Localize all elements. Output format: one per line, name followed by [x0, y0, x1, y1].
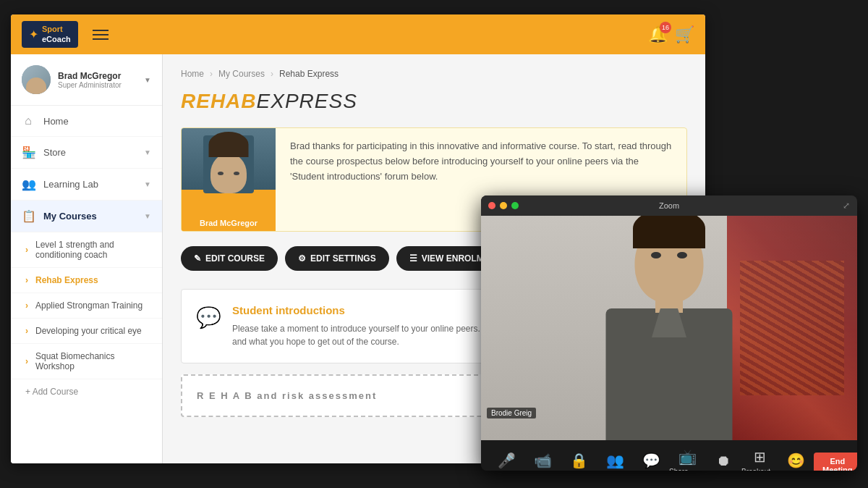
video-icon: 📹: [534, 452, 552, 469]
cart-icon: 🛒: [675, 25, 694, 43]
zoom-video-area: [481, 216, 857, 440]
zoom-window: Zoom ⤢ Brodie Grei: [481, 195, 857, 471]
enrolment-icon: ☰: [409, 253, 417, 264]
top-header: ✦ Sport eCoach 🔔 16 🛒: [11, 14, 705, 54]
sidebar-item-my-courses-label: My Courses: [43, 211, 97, 222]
course-label-developing-critical: Developing your critical eye: [35, 326, 142, 336]
mute-icon: 🎤: [498, 452, 516, 469]
zoom-record-button[interactable]: ⏺ Record: [705, 453, 741, 471]
course-arrow-icon-4: ›: [25, 326, 28, 336]
avatar: [22, 65, 51, 94]
course-arrow-icon-5: ›: [25, 356, 28, 366]
zoom-minimize-button[interactable]: [500, 202, 507, 209]
course-arrow-icon-active: ›: [25, 275, 28, 285]
edit-settings-label: EDIT SETTINGS: [310, 253, 376, 264]
sidebar-item-learning-lab[interactable]: 👥 Learning Lab ▼: [11, 169, 162, 201]
zoom-close-button[interactable]: [488, 202, 495, 209]
zoom-expand-icon[interactable]: ⤢: [843, 201, 850, 211]
store-arrow-icon: ▼: [144, 148, 151, 156]
zoom-stop-video-button[interactable]: 📹 Stop Video: [524, 452, 561, 471]
breadcrumb-sep-1: ›: [210, 69, 213, 79]
breakout-label: Breakout Rooms: [741, 468, 778, 471]
user-name: Brad McGregor: [58, 71, 137, 81]
course-arrow-icon: ›: [25, 245, 28, 255]
edit-course-button[interactable]: ✎ EDIT COURSE: [181, 246, 278, 271]
course-item-rehab-express[interactable]: › Rehab Express: [11, 268, 162, 293]
sidebar-item-store[interactable]: 🏪 Store ▼: [11, 137, 162, 169]
course-item-applied-strongman[interactable]: › Applied Strongman Training: [11, 293, 162, 319]
breadcrumb-sep-2: ›: [271, 69, 273, 79]
end-meeting-button[interactable]: End Meeting: [814, 453, 857, 471]
zoom-share-screen-button[interactable]: 📺 Share Screen: [669, 448, 705, 471]
course-label-level1: Level 1 strength and conditioning coach: [35, 240, 151, 260]
sidebar: Brad McGregor Super Administrator ▼ ⌂ Ho…: [11, 54, 163, 463]
security-icon: 🔒: [570, 452, 588, 469]
edit-course-icon: ✎: [194, 253, 201, 264]
zoom-maximize-button[interactable]: [511, 202, 519, 209]
zoom-reactions-button[interactable]: 😊 Reactions: [778, 452, 814, 471]
my-courses-arrow-icon: ▼: [144, 212, 151, 220]
welcome-user-image: Brad McGregor: [182, 128, 276, 231]
zoom-chat-button[interactable]: 💬 Chat: [633, 452, 669, 471]
welcome-message: Brad thanks for participating in this in…: [290, 139, 672, 184]
user-role: Super Administrator: [58, 81, 137, 89]
edit-course-label: EDIT COURSE: [205, 253, 265, 264]
my-courses-icon: 📋: [22, 209, 35, 223]
add-course-button[interactable]: + Add Course: [11, 379, 162, 404]
chat-bubble-icon: 💬: [196, 306, 221, 329]
participant-name-label: Brodie Greig: [487, 408, 536, 418]
notification-bell[interactable]: 🔔 16: [648, 25, 668, 44]
participants-icon: 👥: [606, 452, 624, 469]
zoom-security-button[interactable]: 🔒 Security: [561, 452, 597, 471]
course-item-level1[interactable]: › Level 1 strength and conditioning coac…: [11, 232, 162, 268]
share-screen-label: Share Screen: [669, 468, 705, 471]
course-item-squat-biomechanics[interactable]: › Squat Biomechanics Workshop: [11, 344, 162, 379]
user-name-tag: Brad McGregor: [182, 215, 276, 231]
zoom-controls-bar: 🎤 Mute 📹 Stop Video 🔒 Security 👥 Partici…: [481, 440, 857, 471]
breadcrumb-home[interactable]: Home: [181, 69, 204, 79]
course-label-squat-biomechanics: Squat Biomechanics Workshop: [35, 351, 151, 371]
home-icon: ⌂: [22, 114, 35, 127]
sidebar-item-learning-lab-label: Learning Lab: [43, 179, 98, 190]
add-course-label: + Add Course: [25, 387, 78, 397]
chat-icon: 💬: [642, 452, 660, 469]
logo-box: ✦ Sport eCoach: [22, 21, 78, 47]
edit-settings-button[interactable]: ⚙ EDIT SETTINGS: [285, 246, 389, 271]
user-info: Brad McGregor Super Administrator: [58, 71, 137, 89]
zoom-breakout-rooms-button[interactable]: ⊞ Breakout Rooms: [741, 448, 778, 471]
logo-text: Sport eCoach: [42, 25, 71, 43]
breakout-icon: ⊞: [754, 448, 766, 466]
zoom-mute-button[interactable]: 🎤 Mute: [488, 452, 524, 471]
course-label-rehab-express: Rehab Express: [35, 275, 98, 285]
cart-button[interactable]: 🛒: [675, 25, 694, 44]
user-dropdown-arrow: ▼: [144, 76, 151, 84]
zoom-person: [568, 216, 770, 440]
sidebar-item-store-label: Store: [43, 147, 66, 158]
title-express: EXPRESS: [257, 90, 357, 112]
page-title: REHABEXPRESS: [181, 90, 687, 113]
zoom-participants-button[interactable]: 👥 Participants: [597, 452, 633, 471]
title-rehab: REHAB: [181, 90, 257, 112]
user-profile[interactable]: Brad McGregor Super Administrator ▼: [11, 54, 162, 106]
menu-toggle-button[interactable]: [89, 26, 112, 43]
notification-count: 16: [660, 22, 671, 33]
breadcrumb-my-courses[interactable]: My Courses: [218, 69, 265, 79]
course-label-applied-strongman: Applied Strongman Training: [35, 300, 142, 311]
sidebar-item-my-courses[interactable]: 📋 My Courses ▼: [11, 201, 162, 232]
settings-icon: ⚙: [298, 253, 306, 264]
record-icon: ⏺: [716, 453, 731, 469]
sidebar-item-home[interactable]: ⌂ Home: [11, 106, 162, 137]
store-icon: 🏪: [22, 146, 35, 159]
reactions-icon: 😊: [787, 452, 805, 469]
course-item-developing-critical[interactable]: › Developing your critical eye: [11, 319, 162, 344]
breadcrumb-current: Rehab Express: [279, 69, 339, 79]
zoom-title: Zoom: [659, 201, 679, 210]
logo-star-icon: ✦: [29, 28, 38, 41]
breadcrumb: Home › My Courses › Rehab Express: [181, 69, 687, 79]
header-icons: 🔔 16 🛒: [648, 25, 694, 44]
header-logo-area: ✦ Sport eCoach: [22, 21, 112, 47]
zoom-titlebar: Zoom ⤢: [481, 195, 857, 216]
course-arrow-icon-3: ›: [25, 300, 28, 311]
share-screen-icon: 📺: [678, 448, 697, 466]
learning-lab-arrow-icon: ▼: [144, 180, 151, 188]
